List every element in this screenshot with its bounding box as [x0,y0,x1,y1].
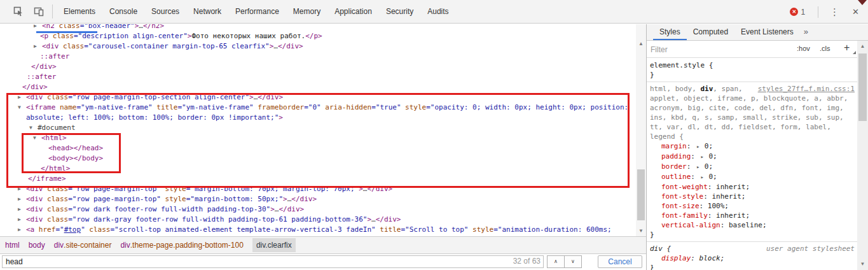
tab-sources[interactable]: Sources [144,0,186,24]
tab-performance[interactable]: Performance [228,0,286,24]
expand-arrow-icon[interactable]: ▼ [33,133,41,143]
breadcrumb-item-html[interactable]: html [5,241,20,250]
code-attribute-name: title [153,103,178,111]
cancel-search-button[interactable]: Cancel [598,255,642,268]
scrollbar-thumb[interactable] [637,169,645,220]
code-href-link[interactable]: #top [64,225,81,234]
inspect-element-icon[interactable] [10,3,27,20]
expand-arrow-icon[interactable]: ▼ [18,103,26,113]
new-style-rule-button[interactable]: + [844,42,850,53]
expand-arrow-icon[interactable]: ▶ [18,92,26,103]
expand-arrow-icon[interactable]: ▶ [18,215,26,225]
tree-node-line[interactable]: </html> [0,164,636,174]
expand-arrow-icon[interactable]: ▶ [18,194,26,204]
scroll-down-icon[interactable]: ▼ [857,260,868,269]
console-error-badge[interactable]: ✕ 1 [790,8,805,17]
next-match-button[interactable]: ∨ [564,255,582,268]
code-attribute-value: =" [55,225,64,234]
collapsed-content-ellipsis[interactable]: … [139,24,143,30]
expand-arrow-icon[interactable]: ▶ [34,24,42,31]
previous-match-button[interactable]: ∧ [547,255,565,268]
toggle-pseudo-state-button[interactable]: :hov [797,45,810,52]
tree-node-line[interactable]: </iframe> [0,174,636,184]
expand-arrow-icon[interactable]: ▶ [18,225,26,235]
tab-console[interactable]: Console [102,0,144,24]
tab-network[interactable]: Network [186,0,228,24]
code-attribute-name: class [43,195,69,203]
tree-node-line[interactable]: ▶<div class="carousel-container margin-t… [0,41,636,52]
dom-tree[interactable]: ▶<h2 class="box-header">…</h2><p class="… [0,24,636,236]
expand-property-icon[interactable]: ▸ [701,153,708,160]
tree-node-line[interactable]: ::after [0,52,636,62]
device-toolbar-icon[interactable] [31,3,47,20]
expand-arrow-icon[interactable]: ▶ [18,184,26,194]
css-property-row[interactable]: padding: ▸ 0; [650,152,855,162]
tree-node-line[interactable]: ▶<div class="row page-margin-top" style=… [0,194,636,204]
css-colon: : [691,173,699,181]
styles-scrollbar[interactable]: ▲ ▼ [857,41,868,270]
tree-node-line[interactable]: ▼<iframe name="ym-native-frame" title="y… [0,103,636,113]
styles-filter-input[interactable] [648,43,779,56]
sidebar-tab-computed[interactable]: Computed [687,24,734,40]
css-property-row[interactable]: outline: ▸ 0; [650,172,855,182]
tree-node-line[interactable]: ::after [0,72,636,82]
css-property-row[interactable]: font-size: 100%; [650,201,855,211]
css-property-row[interactable]: vertical-align: baseline; [650,220,855,230]
crumb-classes: .site-container [64,241,111,250]
breadcrumb-item-div-clearfix[interactable]: div.clearfix [252,238,296,252]
tab-memory[interactable]: Memory [286,0,327,24]
css-property-row[interactable]: font-style: inherit; [650,192,855,201]
css-property-row[interactable]: border: ▸ 0; [650,162,855,172]
tree-node-line[interactable]: ▼#document [0,123,636,133]
css-property-row[interactable]: font-family: inherit; [650,211,855,220]
tree-node-line[interactable]: absolute; left: 100%; bottom: 100%; bord… [0,113,636,123]
tree-node-line[interactable]: ▶<h2 class="box-header">…</h2> [0,24,636,31]
tree-node-line[interactable]: </div> [0,62,636,72]
tree-node-line[interactable]: <body></body> [0,153,636,164]
tab-security[interactable]: Security [379,0,420,24]
tree-node-line[interactable]: <p class="description align-center">Фото… [0,31,636,41]
tree-node-line[interactable]: ▶<div class="row dark footer-row full-wi… [0,204,636,215]
tab-application[interactable]: Application [327,0,379,24]
code-attribute-name: class [48,32,74,40]
scroll-up-icon[interactable]: ▲ [636,39,646,48]
tree-node-line[interactable]: <head></head> [0,143,636,153]
css-property-row[interactable]: display: block; [650,253,855,263]
scroll-up-icon[interactable]: ▲ [857,42,868,51]
breadcrumb-item-body[interactable]: body [29,241,45,250]
expand-property-icon[interactable]: ▸ [696,143,703,150]
tree-node-line[interactable]: ▶<div class="row dark-gray footer-row fu… [0,215,636,225]
expand-arrow-icon[interactable]: ▶ [18,204,26,215]
stylesheet-source-link[interactable]: user agent stylesheet [766,244,855,253]
rule-closing-brace: } [650,230,855,239]
expand-property-icon[interactable]: ▸ [701,174,708,180]
tab-audits[interactable]: Audits [420,0,455,24]
tree-node-line[interactable]: ▶<div class="row page-margin-top" style=… [0,184,636,194]
search-input[interactable] [2,255,544,268]
scroll-down-icon[interactable]: ▼ [636,227,646,236]
breadcrumb-item-div-theme-page-padding-bottom-100[interactable]: div.theme-page.padding-bottom-100 [120,241,243,250]
tree-node-line[interactable]: ▼<html> [0,133,636,143]
css-property-row[interactable]: font-weight: inherit; [650,182,855,192]
tree-node-line[interactable]: ▶<a href="#top" class="scroll-top animat… [0,225,636,235]
sidebar-tab-event-listeners[interactable]: Event Listeners [734,24,800,40]
elements-scrollbar[interactable]: ▲ ▼ [636,24,646,236]
tree-node-line[interactable]: ▶<div class="row page-margin-top-section… [0,92,636,103]
collapsed-content-ellipsis[interactable]: … [273,42,278,50]
collapsed-content-ellipsis[interactable]: … [371,215,376,224]
close-devtools-icon[interactable]: ✕ [844,7,863,17]
expand-property-icon[interactable]: ▸ [696,164,703,170]
scrollbar-thumb[interactable] [858,53,867,121]
toggle-class-button[interactable]: .cls [820,45,830,52]
tree-node-line[interactable]: </div> [0,82,636,92]
tab-elements[interactable]: Elements [57,0,102,24]
expand-arrow-icon[interactable]: ▼ [29,123,38,133]
css-property-row[interactable]: margin: ▸ 0; [650,141,855,152]
devtools-menu-icon[interactable]: ⋮ [825,6,844,18]
code-attribute-value: ="row page-margin-top-section align-cent… [68,93,249,101]
sidebar-tab-styles[interactable]: Styles [653,24,687,40]
stylesheet-source-link[interactable]: styles_27ff…f.min.css:1 [758,84,855,94]
expand-arrow-icon[interactable]: ▶ [34,41,42,52]
sidebar-tabs-overflow-icon[interactable]: » [800,24,812,40]
breadcrumb-item-div-site-container[interactable]: div.site-container [54,241,112,250]
